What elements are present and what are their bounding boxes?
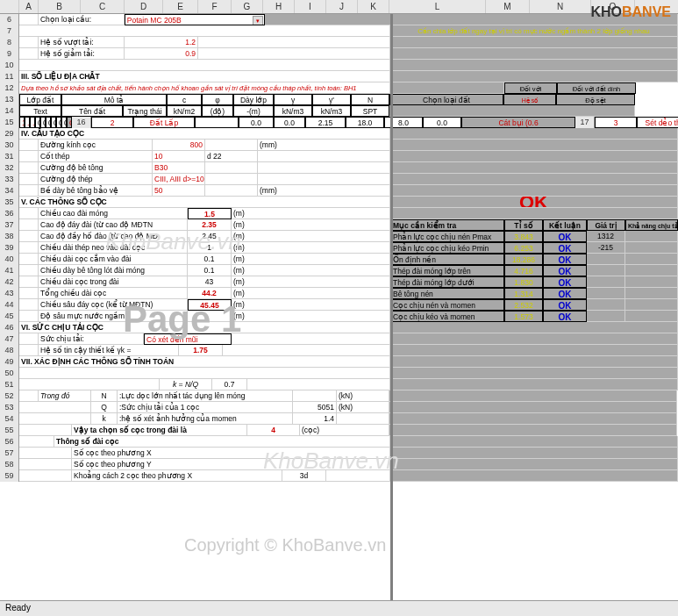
- column-headers[interactable]: A B C D E F G H I J K L M N O: [0, 0, 678, 14]
- overload-label: Hệ số vượt tải:: [39, 37, 125, 48]
- status-bar: Ready: [0, 600, 678, 616]
- check-item: Thép đài móng lớp dưới: [390, 276, 504, 288]
- check-item: Ổn định nền: [390, 254, 504, 265]
- check-item: Phản lực cọc chịu nén Pmax: [390, 231, 504, 242]
- check-item: Cọc chịu kéo và momen: [390, 311, 504, 322]
- crane-type-dropdown[interactable]: Potain MC 205B▾: [125, 14, 265, 25]
- soil-type-select[interactable]: Cát bụi (0.6 0.75: [461, 117, 575, 128]
- sec4-input[interactable]: 10: [153, 151, 205, 162]
- section-3-title: III. SỐ LIỆU ĐỊA CHẤT: [19, 71, 390, 82]
- sec4-input[interactable]: 50: [153, 185, 205, 197]
- logo-watermark: KHOBANVE: [590, 4, 671, 20]
- pane-splitter[interactable]: [390, 14, 393, 600]
- sec5-value[interactable]: 43: [188, 276, 232, 288]
- spreadsheet-grid[interactable]: 6 Chọn loại cầu: Potain MC 205B▾ 7 Cần c…: [0, 14, 678, 482]
- sec5-value[interactable]: 44.2: [188, 288, 232, 299]
- check-item: Thép đài móng lớp trên: [390, 265, 504, 276]
- crane-type-label: Chọn loại cầu:: [39, 14, 125, 25]
- sec5-value[interactable]: 0.1: [188, 265, 232, 276]
- sec4-input[interactable]: CIII, AIII d>=10: [153, 174, 205, 185]
- chevron-down-icon[interactable]: ▾: [253, 16, 263, 25]
- sec5-value[interactable]: 45.45: [188, 299, 232, 311]
- copyright-watermark: Copyright © KhoBanve.vn: [184, 535, 386, 555]
- section-5-title: V. CÁC THÔNG SỐ CỌC: [19, 197, 390, 208]
- brand-watermark-1: KhoBanve.vn: [105, 228, 241, 255]
- reduce-label: Hệ số giảm tải:: [39, 48, 125, 60]
- bearing-mode[interactable]: Có xét đến mũi: [144, 333, 232, 345]
- sec5-value[interactable]: [188, 311, 232, 322]
- sec5-value[interactable]: 1.5: [188, 208, 232, 219]
- section-6-title: VI. SỨC CHỊU TẢI CỌC: [19, 322, 390, 333]
- sec4-input[interactable]: B30: [153, 162, 205, 174]
- section-7-title: VII. XÁC ĐỊNH CÁC THÔNG SỐ TÍNH TOÁN: [19, 356, 390, 368]
- section-3-sub: Dựa theo hồ sơ khảo sát địa chất, tiến h…: [19, 82, 390, 94]
- safety-factor[interactable]: 1.75: [179, 345, 223, 356]
- section-4-title: IV. CẤU TẠO CỌC: [19, 128, 390, 140]
- overload-value[interactable]: 1.2: [125, 37, 198, 48]
- check-item: Bê tông nén: [390, 288, 504, 299]
- sec4-input[interactable]: 800: [153, 140, 205, 151]
- brand-watermark-2: KhoBanve.vn: [263, 448, 399, 475]
- pile-count[interactable]: 4: [247, 425, 300, 436]
- ok-indicator: OK: [519, 197, 548, 208]
- reduce-value[interactable]: 0.9: [125, 48, 198, 60]
- check-item: Cọc chịu nén và momen: [390, 299, 504, 311]
- note-text: Cần chia lớp đất ngay tại vị trí có mực …: [390, 25, 678, 37]
- check-item: Phản lực cọc chịu kéo Pmin: [390, 242, 504, 254]
